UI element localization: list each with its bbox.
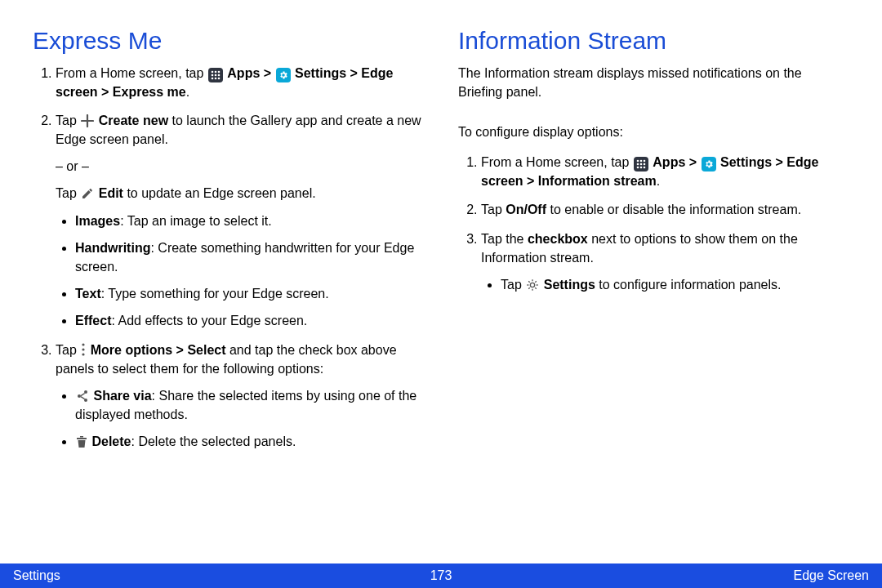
text: : Add effects to your Edge screen. bbox=[111, 314, 307, 327]
or-divider: – or – bbox=[56, 157, 424, 176]
more-label: More options > Select bbox=[91, 343, 226, 357]
label: Share via bbox=[93, 389, 151, 403]
config-text: To configure display options: bbox=[458, 122, 849, 141]
svg-point-13 bbox=[78, 394, 81, 398]
create-new-label: Create new bbox=[99, 114, 168, 127]
svg-point-1 bbox=[215, 70, 217, 73]
list-item: Effect: Add effects to your Edge screen. bbox=[75, 311, 424, 330]
text: Tap bbox=[481, 203, 506, 216]
text: : Delete the selected panels. bbox=[131, 434, 296, 448]
text: From a Home screen, tap bbox=[56, 66, 207, 80]
footer-bar: Settings 173 Edge Screen bbox=[0, 564, 882, 588]
delete-icon bbox=[76, 435, 87, 448]
settings-icon bbox=[702, 157, 716, 172]
list-item: Images: Tap an image to select it. bbox=[75, 212, 424, 230]
text: to update an Edge screen panel. bbox=[127, 186, 315, 200]
edit-options-list: Images: Tap an image to select it. Handw… bbox=[56, 212, 424, 331]
list-item: Tap Settings to configure information pa… bbox=[501, 275, 849, 294]
text: to configure information panels. bbox=[595, 278, 782, 292]
svg-point-2 bbox=[218, 70, 220, 73]
checkbox-label: checkbox bbox=[528, 232, 588, 246]
svg-point-11 bbox=[82, 353, 85, 355]
apps-label: Apps > bbox=[227, 66, 274, 80]
text: Tap the bbox=[481, 232, 528, 246]
list-item: Handwriting: Create something handwritte… bbox=[75, 238, 424, 276]
svg-point-15 bbox=[637, 160, 639, 163]
svg-point-20 bbox=[644, 163, 646, 166]
settings-icon bbox=[276, 68, 291, 82]
plus-icon bbox=[81, 114, 94, 127]
label: Settings bbox=[544, 278, 595, 292]
svg-point-5 bbox=[218, 74, 220, 76]
svg-point-0 bbox=[212, 70, 214, 73]
step-2: Tap Create new to launch the Gallery app… bbox=[56, 111, 424, 331]
gear-icon bbox=[526, 278, 539, 292]
svg-point-16 bbox=[640, 160, 643, 163]
step-2: Tap On/Off to enable or disable the info… bbox=[481, 200, 849, 219]
edit-icon bbox=[81, 187, 94, 200]
label: Delete bbox=[91, 434, 131, 448]
text: . bbox=[186, 85, 189, 99]
list-item: Share via: Share the selected items by u… bbox=[75, 386, 424, 424]
label: Effect bbox=[75, 314, 111, 327]
svg-point-23 bbox=[644, 167, 646, 169]
svg-point-17 bbox=[644, 160, 646, 163]
text: Tap bbox=[56, 343, 80, 357]
list-item: Delete: Delete the selected panels. bbox=[75, 432, 424, 451]
svg-point-8 bbox=[218, 77, 220, 79]
svg-point-18 bbox=[637, 163, 639, 166]
onoff-label: On/Off bbox=[506, 203, 546, 216]
svg-point-9 bbox=[82, 343, 85, 345]
more-options-icon bbox=[81, 342, 86, 357]
apps-label: Apps > bbox=[653, 155, 700, 169]
svg-point-7 bbox=[215, 77, 217, 79]
step-1: From a Home screen, tap Apps > Settings … bbox=[56, 64, 424, 101]
text: to enable or disable the information str… bbox=[546, 203, 801, 216]
right-column: Information Stream The Information strea… bbox=[458, 23, 849, 555]
svg-point-19 bbox=[640, 163, 643, 166]
apps-icon bbox=[208, 68, 223, 82]
text: : Tap an image to select it. bbox=[120, 214, 272, 228]
label: Handwriting bbox=[75, 241, 150, 255]
svg-point-4 bbox=[215, 74, 217, 76]
heading-information-stream: Information Stream bbox=[458, 23, 849, 59]
step-3: Tap the checkbox next to options to show… bbox=[481, 229, 849, 295]
share-icon bbox=[76, 390, 89, 403]
svg-point-10 bbox=[82, 348, 85, 350]
text: : Type something for your Edge screen. bbox=[101, 287, 329, 301]
svg-point-6 bbox=[212, 77, 214, 79]
step-3: Tap More options > Select and tap the ch… bbox=[56, 341, 424, 452]
step-1: From a Home screen, tap Apps > Settings … bbox=[481, 153, 849, 190]
heading-express-me: Express Me bbox=[33, 23, 424, 59]
svg-point-12 bbox=[84, 390, 87, 394]
list-item: Text: Type something for your Edge scree… bbox=[75, 284, 424, 303]
intro-text: The Information stream displays missed n… bbox=[458, 64, 849, 101]
text: Tap bbox=[56, 114, 80, 127]
express-me-steps: From a Home screen, tap Apps > Settings … bbox=[33, 64, 424, 452]
svg-point-3 bbox=[212, 74, 214, 76]
svg-point-22 bbox=[640, 167, 643, 169]
left-column: Express Me From a Home screen, tap Apps … bbox=[33, 23, 424, 555]
select-options-list: Share via: Share the selected items by u… bbox=[56, 386, 424, 452]
info-stream-steps: From a Home screen, tap Apps > Settings … bbox=[458, 153, 849, 294]
page-body: Express Me From a Home screen, tap Apps … bbox=[0, 0, 882, 555]
label: Text bbox=[75, 287, 101, 301]
label: Images bbox=[75, 214, 120, 228]
text: Tap bbox=[501, 278, 525, 292]
apps-icon bbox=[634, 157, 648, 172]
text: . bbox=[657, 174, 660, 188]
footer-page-number: 173 bbox=[0, 564, 882, 588]
text: From a Home screen, tap bbox=[481, 155, 633, 169]
edit-label: Edit bbox=[99, 186, 123, 200]
info-stream-sublist: Tap Settings to configure information pa… bbox=[481, 275, 849, 294]
svg-point-21 bbox=[637, 167, 639, 169]
text: Tap bbox=[56, 186, 80, 200]
